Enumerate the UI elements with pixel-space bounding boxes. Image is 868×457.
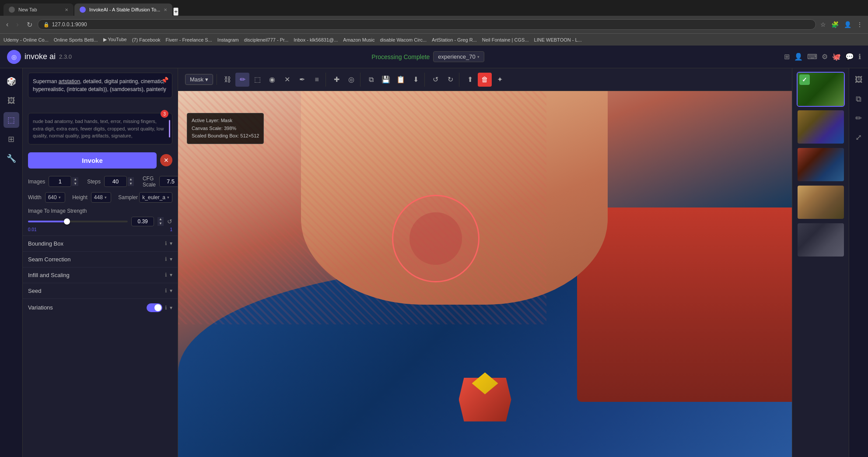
thumbnail-5[interactable] [797,222,845,257]
target-button[interactable]: ◎ [344,73,358,87]
sidebar-icon-generate[interactable]: 🎲 [4,74,19,89]
grid-icon[interactable]: ⊞ [784,53,790,61]
upload-button[interactable]: ⬆ [463,73,477,87]
browser-tab-2[interactable]: InvokeAI - A Stable Diffusion To... ✕ [74,4,172,16]
settings-icon[interactable]: ⚙ [822,53,828,61]
info-icon[interactable]: ℹ [858,53,861,61]
bookmark-udemy[interactable]: Udemy - Online Co... [4,37,49,42]
redo-button[interactable]: ↻ [443,73,457,87]
infill-scaling-arrow[interactable]: ▾ [170,272,172,278]
bookmark-inbox[interactable]: Inbox - klk56831@... [294,37,338,42]
seed-info[interactable]: ℹ [165,288,167,294]
img2img-down[interactable]: ▼ [158,221,164,226]
variations-arrow[interactable]: ▾ [170,305,172,311]
forward-button[interactable]: › [14,20,21,29]
seam-correction-info[interactable]: ℹ [165,256,167,262]
toggle-switch[interactable] [147,303,162,312]
address-bar[interactable]: 🔒 127.0.0.1:9090 [38,19,816,30]
menu-button[interactable]: ⋮ [855,19,864,30]
undo-button[interactable]: ↺ [428,73,442,87]
seam-correction-header[interactable]: Seam Correction ℹ ▾ [28,256,172,263]
sidebar-icon-canvas[interactable]: ⬚ [4,112,19,128]
discord-icon[interactable]: 💬 [845,53,854,61]
thumbnail-1[interactable]: ✓ [797,72,845,107]
invoke-button[interactable]: Invoke [28,152,157,169]
sidebar-icon-models[interactable]: 🔧 [4,151,19,166]
delete-button[interactable]: 🗑 [478,73,492,87]
bookmark-amazon[interactable]: Amazon Music [343,37,374,42]
pin-button[interactable]: 📌 [161,77,168,84]
bounding-box-info[interactable]: ℹ [165,240,167,246]
list-tool-button[interactable]: ≡ [310,73,324,87]
person-icon[interactable]: 👤 [794,53,803,61]
infill-scaling-header[interactable]: Infill and Scaling ℹ ▾ [28,272,172,278]
sidebar-icon-nodes[interactable]: ⊞ [4,131,19,147]
wand-button[interactable]: ✦ [493,73,507,87]
bookmark-artstation[interactable]: ArtStation - Greg R... [432,37,477,42]
seam-correction-arrow[interactable]: ▾ [170,256,172,262]
github-icon[interactable]: 🐙 [832,53,841,61]
sampler-select[interactable]: k_euler_a ▾ [139,192,172,203]
thumbnail-4[interactable] [797,185,845,220]
add-button[interactable]: ✚ [329,73,343,87]
images-down[interactable]: ▼ [72,182,78,186]
mask-dropdown[interactable]: Mask ▾ [185,74,213,85]
steps-up[interactable]: ▲ [128,177,134,182]
right-icon-expand[interactable]: ⤢ [851,130,867,145]
width-select[interactable]: 640 ▾ [45,192,65,203]
bounding-box-arrow[interactable]: ▾ [170,240,172,246]
thumbnail-3[interactable] [797,147,845,182]
eraser-tool-button[interactable]: ⬚ [250,73,264,87]
infill-scaling-info[interactable]: ℹ [165,272,167,278]
bookmark-neil[interactable]: Neil Fontaine | CGS... [482,37,529,42]
bookmark-youtube[interactable]: ▶ YouTube [103,37,127,42]
negative-prompt-box[interactable]: nude bad anatomy, bad hands, text, error… [28,113,172,144]
variations-info[interactable]: ℹ [165,305,167,311]
cfg-value[interactable]: 7.5 [159,176,178,187]
bookmark-wacom[interactable]: disable Wacom Circ... [380,37,427,42]
bookmark-disciple[interactable]: discipleneil777 - Pr... [244,37,289,42]
tab2-close[interactable]: ✕ [164,7,167,12]
images-value[interactable]: 1 [49,176,71,187]
download-button[interactable]: ⬇ [409,73,423,87]
right-icon-edit[interactable]: ✏ [851,110,867,126]
seed-arrow[interactable]: ▾ [170,288,172,294]
img2img-up[interactable]: ▲ [158,217,164,221]
clear-invoke-button[interactable]: ✕ [160,154,172,166]
layer-copy-button[interactable]: ⧉ [364,73,378,87]
positive-prompt-box[interactable]: 📌 Superman artstation, detailed, digital… [28,73,172,98]
brush-tool-button[interactable]: ✏ [235,73,249,87]
new-tab-button[interactable]: + [173,7,178,16]
bookmark-sports[interactable]: Online Sports Betti... [54,37,98,42]
right-icon-layers[interactable]: ⧉ [851,91,867,107]
steps-down[interactable]: ▼ [128,182,134,186]
canvas-viewport[interactable]: Active Layer: Mask Canvas Scale: 398% Sc… [178,91,792,457]
save-layer-button[interactable]: 💾 [379,73,393,87]
clear-mask-button[interactable]: ✕ [280,73,294,87]
extensions-button[interactable]: 🧩 [830,19,840,30]
bookmark-fiverr[interactable]: Fiverr - Freelance S... [166,37,212,42]
bookmark-webtoon[interactable]: LINE WEBTOON - L... [534,37,582,42]
images-up[interactable]: ▲ [72,177,78,182]
pen-tool-button[interactable]: ✒ [295,73,309,87]
reload-button[interactable]: ↻ [24,20,35,30]
profile-button[interactable]: 👤 [842,19,853,30]
keyboard-icon[interactable]: ⌨ [807,53,817,61]
height-select[interactable]: 448 ▾ [91,192,111,203]
fill-tool-button[interactable]: ◉ [265,73,279,87]
bookmark-facebook[interactable]: (7) Facebook [132,37,161,42]
seed-header[interactable]: Seed ℹ ▾ [28,288,172,294]
img2img-slider-thumb[interactable] [64,218,70,225]
sidebar-icon-gallery[interactable]: 🖼 [4,93,19,109]
steps-value[interactable]: 40 [104,176,127,187]
bookmark-star-button[interactable]: ☆ [819,19,828,30]
copy-button[interactable]: 📋 [394,73,408,87]
variations-header[interactable]: Variations ℹ ▾ [28,303,172,312]
img2img-reset-icon[interactable]: ↺ [167,218,172,225]
tab1-close[interactable]: ✕ [65,7,68,12]
img2img-value-input[interactable]: 0.39 [131,217,154,226]
bounding-box-header[interactable]: Bounding Box ℹ ▾ [28,240,172,247]
img2img-slider-track[interactable] [28,221,128,222]
right-icon-gallery[interactable]: 🖼 [851,72,867,88]
browser-tab-1[interactable]: New Tab ✕ [4,4,74,16]
